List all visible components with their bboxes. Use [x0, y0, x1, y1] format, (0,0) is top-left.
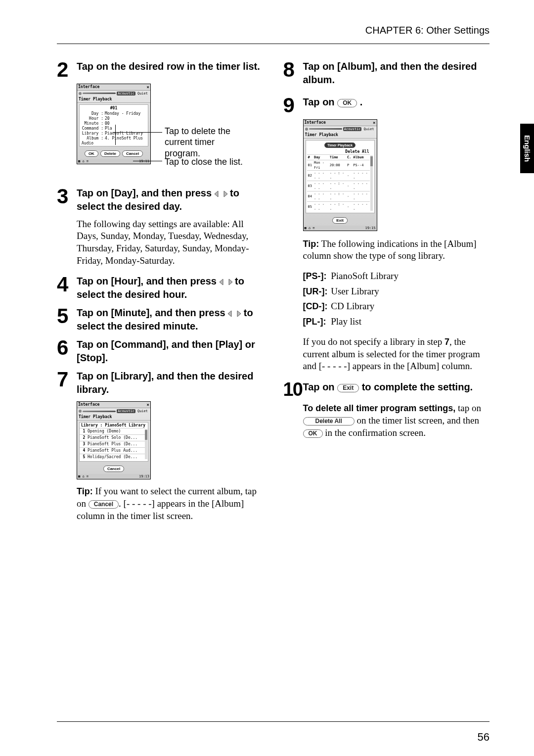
device-screenshot-step2: Interface× AcousticQuiet Timer Playback …	[77, 84, 151, 164]
prefix-list: [PS-]: PianoSoft Library [UR-]: User Lib…	[303, 270, 490, 328]
step-number-9: 9	[283, 95, 303, 114]
left-right-arrow-icon	[228, 307, 241, 318]
library-header: Library : PianoSoft Library	[80, 423, 148, 428]
step-7-tip: Tip: If you want to select the current a…	[77, 485, 264, 522]
step-3-text: Tap on [Day], and then press to select t…	[77, 187, 264, 213]
delete-all-heading: To delete all timer program settings,	[303, 403, 456, 413]
chapter-heading: CHAPTER 6: Other Settings	[57, 25, 490, 36]
close-icon: ×	[147, 402, 149, 407]
scrollbar[interactable]	[145, 429, 147, 459]
delete-button[interactable]: Delete	[100, 150, 120, 157]
step-4-text: Tap on [Hour], and then press to select …	[77, 275, 264, 301]
quiet-label: Quiet	[136, 92, 149, 95]
step-number-5: 5	[57, 306, 77, 333]
day-label: Day :	[82, 111, 103, 116]
prefix-ps: [PS-]:	[303, 271, 329, 282]
acoustic-label: Acoustic	[343, 127, 362, 131]
list-item[interactable]: 1Opening (Demo)	[80, 428, 145, 434]
library-value-a: Pia	[105, 131, 112, 136]
step-3-body: The following day settings are available…	[77, 218, 264, 267]
table-row[interactable]: 04- - - - -- - : - --- - - - -	[307, 191, 370, 201]
step-2-text: Tap on the desired row in the timer list…	[77, 60, 264, 79]
callout-indicator-line	[115, 125, 116, 145]
device-status-bar: ▦ ⌂ ≡19:11	[77, 159, 150, 164]
library-label: Library :	[82, 131, 103, 136]
left-column: 2 Tap on the desired row in the timer li…	[57, 60, 264, 530]
step-9-tip: Tip: The following indications in the [A…	[303, 238, 490, 262]
delete-all-label[interactable]: Delete All	[307, 149, 373, 154]
quiet-label: Quiet	[362, 127, 375, 131]
device-subtitle: Timer Playback	[77, 414, 150, 421]
step-10-text: Tap on Exit to complete the setting.	[303, 380, 490, 397]
divider-bottom	[57, 721, 490, 722]
svg-marker-0	[215, 191, 218, 197]
svg-marker-1	[224, 191, 227, 197]
device-title: Interface	[78, 85, 99, 90]
minute-value: 00	[105, 121, 110, 126]
list-item[interactable]: 3PianoSoft Plus (De...	[80, 441, 145, 447]
table-row[interactable]: 03- - - - -- - : - --- - - - -	[307, 181, 370, 191]
close-icon: ×	[373, 120, 375, 125]
device-screenshot-step7: Interface× AcousticQuiet Timer Playback …	[77, 401, 151, 479]
list-item[interactable]: 4PianoSoft Plus Aud...	[80, 447, 145, 454]
device-subtitle: Timer Playback	[77, 96, 150, 103]
device-status-bar: ▦ ⌂ ≡19:15	[304, 226, 377, 231]
step-9-text: Tap on OK .	[303, 95, 490, 114]
left-right-arrow-icon	[220, 276, 232, 286]
hour-value: 20	[105, 116, 110, 121]
step-number-7: 7	[57, 370, 77, 396]
step-number-6: 6	[57, 338, 77, 365]
hour-label: Hour :	[82, 116, 103, 121]
device-screenshot-step9: Interface× AcousticQuiet Timer Playback …	[303, 119, 377, 231]
step-number-2: 2	[57, 60, 77, 79]
tip-label: Tip:	[77, 486, 93, 496]
step-6-text: Tap on [Command], and then [Play] or [St…	[77, 338, 264, 365]
prefix-cd: [CD-]:	[303, 301, 329, 312]
tip-label: Tip:	[303, 239, 319, 249]
command-value: Pla	[105, 126, 112, 131]
list-item[interactable]: 2PianoSoft Solo (De...	[80, 434, 145, 441]
table-row[interactable]: 01Mon - Fri20:00PPS--4	[307, 160, 370, 170]
step-number-4: 4	[57, 275, 77, 301]
timer-table: # Day Time C. Album 01Mon - Fri20:00PPS-…	[307, 154, 370, 212]
callout-line-delete	[113, 132, 162, 133]
table-row[interactable]: 02- - - - -- - : - --- - - - -	[307, 170, 370, 181]
close-icon: ×	[147, 85, 149, 90]
timer-playback-pill: Timer Playback	[324, 142, 356, 148]
step-5-text: Tap on [Minute], and then press to selec…	[77, 306, 264, 333]
delete-all-pill: Delete All	[303, 417, 355, 425]
ok-button[interactable]: OK	[85, 150, 98, 157]
quiet-label: Quiet	[136, 409, 149, 413]
device-mode-slider: AcousticQuiet	[77, 91, 150, 96]
right-column: 8 Tap on [Album], and then the desired a…	[283, 60, 490, 530]
album-label: Album :	[82, 136, 103, 141]
step-number-10: 10	[283, 380, 303, 397]
cancel-button[interactable]: Cancel	[103, 466, 124, 472]
device-status-bar: ▦ ⌂ ≡19:13	[77, 474, 150, 479]
language-tab: English	[520, 124, 534, 173]
day-value: Monday - Friday	[105, 111, 140, 116]
step-9-body2: If you do not specify a library in step …	[303, 336, 490, 373]
callout-line-close	[133, 161, 162, 161]
ok-pill: OK	[303, 429, 323, 438]
cancel-button[interactable]: Cancel	[122, 150, 143, 157]
device-subtitle: Timer Playback	[304, 132, 377, 139]
divider-top	[57, 44, 490, 44]
cancel-pill: Cancel	[89, 500, 119, 509]
timer-program-title: #01	[80, 105, 148, 111]
prefix-pl: [PL-]:	[303, 316, 329, 328]
device-title: Interface	[78, 402, 99, 407]
list-item[interactable]: 5Holiday/Sacred (De...	[80, 454, 145, 460]
exit-pill: Exit	[337, 384, 359, 392]
table-row[interactable]: 05- - - - -- - : - --- - - - -	[307, 201, 370, 212]
callout-delete: Tap to delete the current timer program.	[165, 126, 249, 159]
acoustic-label: Acoustic	[117, 92, 135, 95]
scrollbar[interactable]	[370, 155, 373, 211]
step-8-text: Tap on [Album], and then the desired alb…	[303, 60, 490, 87]
step-number-8: 8	[283, 60, 303, 87]
svg-marker-3	[229, 279, 232, 285]
ok-pill: OK	[337, 99, 357, 107]
svg-marker-2	[220, 279, 223, 285]
exit-button[interactable]: Exit	[332, 217, 348, 224]
step-number-3: 3	[57, 187, 77, 213]
